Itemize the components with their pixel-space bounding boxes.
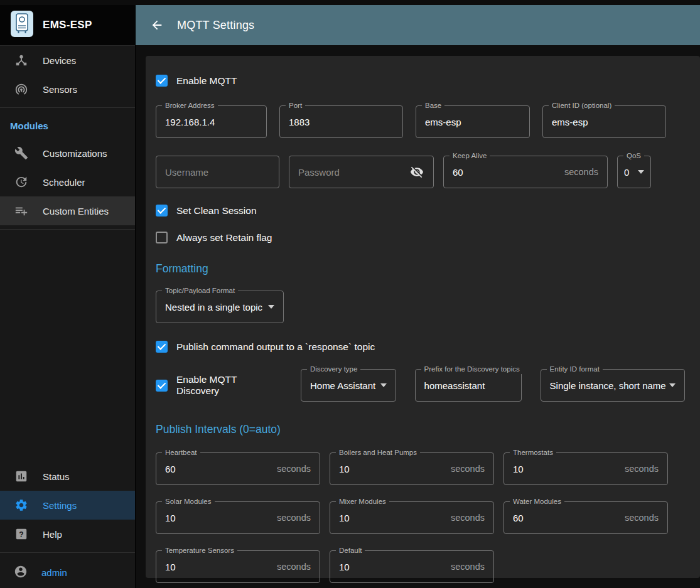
field-label: Default: [336, 546, 365, 555]
app-logo: EMS-ESP: [0, 5, 135, 46]
field-label: Entity ID format: [547, 365, 603, 374]
field-label: Temperature Sensors: [162, 546, 237, 555]
field-suffix: seconds: [272, 562, 311, 572]
sidebar-item-settings[interactable]: Settings: [0, 491, 135, 520]
solar-modules-input[interactable]: [165, 513, 272, 523]
heartbeat-field: Heartbeat seconds: [156, 452, 320, 485]
broker-address-field: Broker Address: [156, 105, 267, 138]
sidebar-item-label: Scheduler: [43, 177, 85, 188]
boilers-heat-pumps-field: Boilers and Heat Pumps seconds: [330, 452, 494, 485]
sidebar-item-status[interactable]: Status: [0, 462, 135, 491]
mqtt-discovery-row: Enable MQTT Discovery: [156, 374, 282, 397]
discovery-prefix-field: Prefix for the Discovery topics: [415, 369, 522, 402]
water-modules-input[interactable]: [513, 513, 620, 523]
field-label: Broker Address: [162, 101, 218, 110]
wrench-icon: [14, 146, 29, 161]
field-label: Base: [422, 101, 444, 110]
sidebar-item-label: Settings: [43, 500, 77, 511]
sidebar-item-label: Custom Entities: [43, 206, 109, 216]
app-title: EMS-ESP: [43, 19, 92, 31]
back-arrow-icon[interactable]: [149, 18, 164, 33]
mixer-modules-field: Mixer Modules seconds: [330, 501, 494, 534]
default-field: Default seconds: [330, 550, 494, 583]
modules-section-header: Modules: [0, 112, 135, 139]
publish-intervals-heading: Publish Intervals (0=auto): [156, 423, 685, 436]
boilers-heat-pumps-input[interactable]: [339, 464, 446, 474]
mqtt-settings-card: Enable MQTT Broker Address Port Base: [146, 56, 700, 578]
sidebar-item-sensors[interactable]: Sensors: [0, 75, 135, 104]
solar-modules-field: Solar Modules seconds: [156, 501, 320, 534]
playlist-add-icon: [14, 203, 29, 218]
discovery-prefix-input[interactable]: [424, 380, 512, 391]
port-field: Port: [279, 105, 403, 138]
gear-icon: [14, 498, 29, 513]
enable-mqtt-label: Enable MQTT: [176, 75, 237, 87]
field-label: Boilers and Heat Pumps: [336, 448, 420, 457]
entity-id-format-value: Single instance, short name: [550, 380, 666, 391]
field-label: Thermostats: [510, 448, 556, 457]
sensors-icon: [14, 82, 29, 97]
entity-id-format-select[interactable]: Entity ID format Single instance, short …: [541, 369, 685, 402]
discovery-type-select[interactable]: Discovery type Home Assistant: [301, 369, 396, 402]
visibility-off-icon[interactable]: [409, 164, 424, 179]
sidebar-item-devices[interactable]: Devices: [0, 46, 135, 75]
base-input[interactable]: [425, 117, 520, 127]
password-field: [289, 156, 434, 188]
thermostats-input[interactable]: [513, 464, 620, 474]
broker-address-input[interactable]: [165, 117, 257, 127]
field-suffix: seconds: [272, 464, 311, 474]
arrow-drop-down-icon: [669, 383, 676, 387]
client-id-field: Client ID (optional): [542, 105, 666, 138]
field-suffix: seconds: [446, 464, 485, 474]
retain-flag-checkbox[interactable]: [156, 232, 168, 243]
credentials-row: Keep Alive seconds QoS 0: [156, 156, 685, 188]
sidebar-item-customizations[interactable]: Customizations: [0, 139, 135, 168]
password-input[interactable]: [298, 167, 409, 178]
mixer-modules-input[interactable]: [339, 513, 446, 523]
topic-format-select[interactable]: Topic/Payload Format Nested in a single …: [156, 291, 284, 323]
publish-intervals-grid: Heartbeat seconds Boilers and Heat Pumps…: [156, 452, 685, 583]
sidebar-item-custom-entities[interactable]: Custom Entities: [0, 196, 135, 225]
qos-select[interactable]: QoS 0: [617, 156, 651, 188]
user-menu[interactable]: admin: [0, 557, 135, 588]
temperature-sensors-field: Temperature Sensors seconds: [156, 550, 320, 583]
publish-response-checkbox[interactable]: [156, 341, 168, 353]
bar-chart-icon: [14, 469, 29, 484]
discovery-type-value: Home Assistant: [310, 380, 375, 391]
username-input[interactable]: [165, 167, 270, 178]
mqtt-discovery-checkbox[interactable]: [156, 380, 168, 392]
port-input[interactable]: [289, 117, 394, 127]
svg-text:?: ?: [19, 530, 23, 539]
publish-response-row: Publish command output to a `response` t…: [156, 341, 685, 353]
temperature-sensors-input[interactable]: [165, 562, 272, 572]
sidebar-divider: [0, 229, 135, 230]
client-id-input[interactable]: [552, 117, 657, 127]
sidebar-item-scheduler[interactable]: Scheduler: [0, 168, 135, 196]
field-suffix: seconds: [620, 464, 659, 474]
heartbeat-input[interactable]: [165, 464, 272, 474]
field-label: Solar Modules: [162, 497, 215, 506]
qos-value: 0: [624, 167, 629, 178]
sidebar-divider: [0, 107, 135, 108]
field-label: Heartbeat: [162, 448, 200, 457]
sidebar-item-label: Help: [43, 529, 62, 540]
device-hub-icon: [14, 53, 29, 68]
field-suffix: seconds: [272, 513, 311, 523]
clean-session-checkbox[interactable]: [156, 205, 168, 216]
user-avatar-icon: [14, 565, 28, 580]
field-label: Keep Alive: [450, 151, 490, 161]
keep-alive-input[interactable]: [453, 167, 559, 178]
field-suffix: seconds: [446, 513, 485, 523]
sidebar-item-label: Status: [43, 471, 70, 482]
clock-update-icon: [14, 174, 29, 190]
default-input[interactable]: [339, 562, 446, 572]
base-field: Base: [416, 105, 530, 138]
enable-mqtt-checkbox[interactable]: [156, 75, 168, 87]
user-name: admin: [41, 567, 67, 578]
mqtt-discovery-label: Enable MQTT Discovery: [176, 374, 282, 397]
clean-session-row: Set Clean Session: [156, 205, 685, 216]
field-label: Discovery type: [307, 365, 360, 374]
field-label: Water Modules: [510, 497, 564, 506]
sidebar-item-help[interactable]: ? Help: [0, 520, 135, 548]
help-icon: ?: [14, 527, 29, 542]
